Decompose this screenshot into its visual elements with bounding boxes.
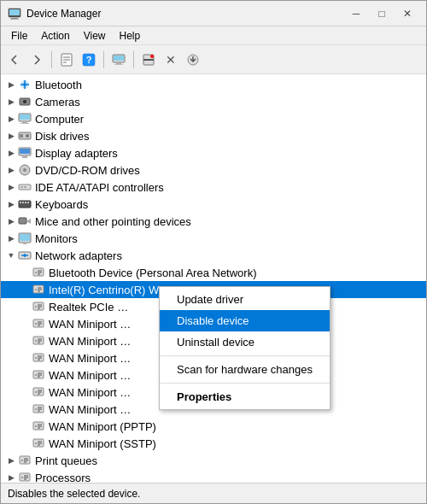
- expand-button[interactable]: [4, 163, 18, 177]
- menu-file[interactable]: File: [4, 28, 34, 44]
- menu-help[interactable]: Help: [113, 28, 148, 44]
- tree-item-icon: [32, 317, 45, 331]
- svg-rect-29: [20, 134, 23, 138]
- toolbar: ? ✕: [1, 45, 426, 74]
- title-bar-icon: [8, 7, 21, 21]
- svg-rect-25: [20, 114, 30, 120]
- expand-button[interactable]: [4, 78, 18, 91]
- tree-item[interactable]: Keyboards: [1, 196, 426, 213]
- toolbar-back-button[interactable]: [4, 50, 25, 70]
- tree-item-label: WAN Miniport …: [49, 318, 131, 331]
- toolbar-separator-1: [51, 51, 52, 68]
- svg-rect-38: [24, 186, 26, 188]
- menu-view[interactable]: View: [77, 28, 113, 44]
- tree-item[interactable]: DVD/CD-ROM drives: [1, 161, 426, 179]
- expand-button[interactable]: [4, 129, 18, 143]
- tree-item[interactable]: WAN Miniport (SSTP): [1, 435, 426, 452]
- expand-button[interactable]: [4, 112, 18, 126]
- context-menu-item[interactable]: Update driver: [160, 289, 330, 310]
- title-bar: Device Manager ─ □ ✕: [1, 1, 426, 26]
- svg-rect-33: [22, 156, 27, 158]
- svg-rect-13: [114, 56, 124, 61]
- context-menu-item[interactable]: Uninstall device: [160, 331, 330, 353]
- expand-button[interactable]: [4, 471, 18, 483]
- toolbar-download-button[interactable]: [183, 50, 203, 70]
- tree-item[interactable]: Computer: [1, 110, 426, 127]
- tree-item[interactable]: Monitors: [1, 230, 426, 247]
- context-menu-separator: [160, 383, 330, 384]
- context-menu-item[interactable]: Scan for hardware changes: [160, 359, 330, 380]
- tree-item-label: Processors: [35, 472, 91, 483]
- svg-point-20: [23, 83, 26, 86]
- tree-item-icon: [18, 471, 32, 483]
- tree-item[interactable]: Disk drives: [1, 127, 426, 144]
- tree-item-label: Network adapters: [35, 249, 122, 262]
- expand-button[interactable]: [4, 454, 18, 467]
- tree-item-icon: [32, 437, 45, 450]
- tree-item-icon: [18, 78, 32, 91]
- expand-button[interactable]: [4, 249, 18, 262]
- tree-item-label: WAN Miniport …: [49, 369, 131, 382]
- status-text: Disables the selected device.: [8, 488, 140, 500]
- tree-item[interactable]: Bluetooth Device (Personal Area Network): [1, 264, 426, 281]
- device-manager-window: Device Manager ─ □ ✕ File Action View He…: [0, 0, 427, 504]
- toolbar-update-button[interactable]: ✕: [161, 50, 181, 70]
- svg-rect-46: [20, 234, 30, 241]
- toolbar-computer-button[interactable]: [108, 50, 129, 70]
- tree-item[interactable]: Display adapters: [1, 144, 426, 161]
- tree-item-label: WAN Miniport (SSTP): [49, 437, 156, 450]
- tree-item[interactable]: Processors: [1, 469, 426, 483]
- device-tree[interactable]: BluetoothCamerasComputerDisk drivesDispl…: [1, 74, 426, 483]
- context-menu: Update driverDisable deviceUninstall dev…: [159, 286, 330, 410]
- tree-item-label: Print queues: [35, 454, 97, 467]
- expand-button[interactable]: [4, 214, 18, 228]
- expand-button[interactable]: [4, 231, 18, 245]
- tree-item[interactable]: IDE ATA/ATAPI controllers: [1, 179, 426, 196]
- svg-rect-43: [27, 202, 29, 203]
- svg-rect-42: [25, 202, 26, 203]
- tree-item-label: Realtek PCIe …: [49, 301, 128, 314]
- svg-rect-27: [20, 123, 29, 124]
- toolbar-properties-button[interactable]: [56, 50, 77, 70]
- svg-rect-44: [19, 218, 26, 224]
- svg-point-30: [26, 134, 29, 138]
- svg-text:?: ?: [86, 55, 92, 65]
- menu-action[interactable]: Action: [34, 28, 76, 44]
- tree-item-icon: [32, 351, 45, 365]
- expand-button[interactable]: [4, 146, 18, 160]
- toolbar-forward-button[interactable]: [26, 50, 47, 70]
- tree-item[interactable]: Print queues: [1, 452, 426, 469]
- tree-item[interactable]: Cameras: [1, 93, 426, 110]
- expand-button[interactable]: [4, 95, 18, 108]
- tree-item-label: WAN Miniport …: [49, 386, 131, 399]
- expand-button[interactable]: [4, 197, 18, 211]
- tree-item-label: Disk drives: [35, 130, 90, 143]
- main-content: BluetoothCamerasComputerDisk drivesDispl…: [1, 74, 426, 483]
- expand-button[interactable]: [4, 180, 18, 194]
- tree-item[interactable]: WAN Miniport (PPTP): [1, 418, 426, 435]
- svg-rect-12: [114, 64, 123, 65]
- tree-item-label: Bluetooth Device (Personal Area Network): [49, 267, 257, 279]
- maximize-button[interactable]: □: [370, 4, 394, 23]
- tree-item[interactable]: Network adapters: [1, 247, 426, 264]
- toolbar-scan-button[interactable]: [138, 50, 159, 70]
- menu-bar: File Action View Help: [1, 26, 426, 45]
- tree-item-icon: [18, 249, 32, 262]
- tree-item-label: DVD/CD-ROM drives: [35, 164, 140, 177]
- close-button[interactable]: ✕: [395, 4, 419, 23]
- svg-rect-41: [22, 202, 24, 203]
- tree-item-icon: [18, 214, 32, 228]
- tree-item-icon: [32, 300, 45, 314]
- minimize-button[interactable]: ─: [344, 4, 368, 23]
- tree-item-label: WAN Miniport …: [49, 352, 131, 365]
- tree-item[interactable]: Bluetooth: [1, 76, 426, 93]
- tree-item-label: Mice and other pointing devices: [35, 215, 191, 228]
- context-menu-item[interactable]: Properties: [160, 386, 330, 407]
- title-bar-text: Device Manager: [26, 8, 344, 20]
- tree-item-icon: [18, 95, 32, 108]
- tree-item-icon: [18, 180, 32, 194]
- context-menu-item[interactable]: Disable device: [160, 310, 330, 331]
- toolbar-help-button[interactable]: ?: [79, 50, 99, 70]
- tree-item-icon: [18, 112, 32, 126]
- tree-item[interactable]: Mice and other pointing devices: [1, 213, 426, 230]
